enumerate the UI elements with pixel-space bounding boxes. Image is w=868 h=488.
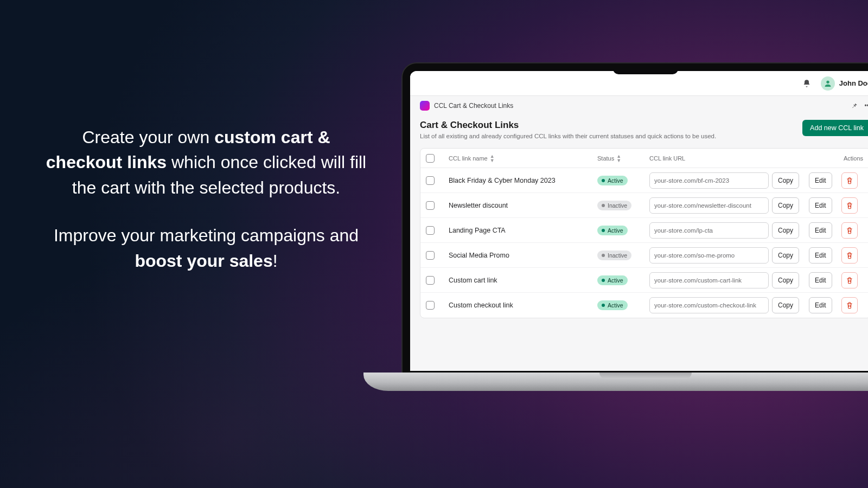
notifications-icon[interactable] — [802, 79, 811, 88]
delete-button[interactable] — [841, 272, 858, 288]
status-badge: Active — [597, 226, 628, 235]
copy-button[interactable]: Copy — [772, 297, 799, 313]
link-name: Social Media Promo — [449, 252, 594, 259]
delete-button[interactable] — [841, 247, 858, 264]
sort-icon: ▲▼ — [490, 154, 495, 163]
link-url-input[interactable] — [649, 272, 769, 288]
delete-button[interactable] — [841, 222, 858, 239]
link-name: Custom checkout link — [449, 301, 594, 309]
table-row: Custom cart linkActiveCopyEdit — [420, 268, 868, 293]
row-checkbox[interactable] — [426, 226, 435, 235]
copy-button[interactable]: Copy — [772, 247, 799, 264]
delete-button[interactable] — [841, 297, 858, 313]
link-url-input[interactable] — [649, 197, 769, 214]
pin-icon[interactable]: 📌︎ — [851, 102, 858, 110]
links-table: CCL link name ▲▼ Status ▲▼ CCL link URL … — [420, 148, 868, 318]
link-name: Custom cart link — [449, 277, 594, 284]
edit-button[interactable]: Edit — [809, 297, 832, 313]
user-name: John Doe — [839, 79, 868, 87]
table-header: CCL link name ▲▼ Status ▲▼ CCL link URL … — [420, 149, 868, 168]
status-badge: Active — [597, 176, 628, 185]
link-name: Black Friday & Cyber Monday 2023 — [449, 177, 594, 184]
edit-button[interactable]: Edit — [809, 272, 832, 288]
edit-button[interactable]: Edit — [809, 197, 832, 214]
avatar — [821, 76, 835, 91]
link-name: Newsletter discount — [449, 202, 594, 209]
row-checkbox[interactable] — [426, 276, 435, 285]
link-name: Landing Page CTA — [449, 227, 594, 234]
col-name[interactable]: CCL link name ▲▼ — [449, 154, 594, 163]
app-header: CCL Cart & Checkout Links 📌︎ ••• — [410, 96, 868, 115]
col-status-label: Status — [597, 155, 614, 162]
promo-copy: Create your own custom cart & checkout l… — [43, 125, 369, 273]
col-status[interactable]: Status ▲▼ — [597, 154, 646, 163]
app-title: CCL Cart & Checkout Links — [434, 102, 513, 110]
table-row: Social Media PromoInactiveCopyEdit — [420, 243, 868, 268]
link-url-input[interactable] — [649, 297, 769, 313]
add-new-link-button[interactable]: Add new CCL link — [802, 120, 868, 136]
delete-button[interactable] — [841, 172, 858, 189]
col-actions-label: Actions — [772, 155, 865, 162]
edit-button[interactable]: Edit — [809, 247, 832, 264]
topbar: John Doe — [410, 71, 868, 96]
delete-button[interactable] — [841, 197, 858, 214]
status-badge: Active — [597, 300, 628, 310]
app-screen: John Doe CCL Cart & Checkout Links 📌︎ ••… — [410, 71, 868, 371]
status-badge: Inactive — [597, 201, 631, 210]
edit-button[interactable]: Edit — [809, 172, 832, 189]
copy-button[interactable]: Copy — [772, 172, 799, 189]
user-menu[interactable]: John Doe — [821, 76, 868, 91]
app-logo-icon — [420, 101, 430, 111]
link-url-input[interactable] — [649, 222, 769, 239]
status-badge: Inactive — [597, 251, 631, 260]
svg-point-0 — [826, 80, 829, 83]
status-badge: Active — [597, 275, 628, 285]
copy-button[interactable]: Copy — [772, 197, 799, 214]
col-url-label: CCL link URL — [649, 155, 769, 162]
laptop-base — [363, 373, 868, 391]
select-all-checkbox[interactable] — [426, 154, 435, 163]
promo-text: ! — [273, 251, 278, 271]
promo-bold: boost your sales — [135, 251, 272, 271]
row-checkbox[interactable] — [426, 201, 435, 210]
table-row: Newsletter discountInactiveCopyEdit — [420, 193, 868, 218]
page-title: Cart & Checkout Links — [420, 120, 716, 131]
table-row: Landing Page CTAActiveCopyEdit — [420, 218, 868, 243]
link-url-input[interactable] — [649, 172, 769, 189]
col-name-label: CCL link name — [449, 155, 488, 162]
link-url-input[interactable] — [649, 247, 769, 264]
copy-button[interactable]: Copy — [772, 222, 799, 239]
copy-button[interactable]: Copy — [772, 272, 799, 288]
table-row: Custom checkout linkActiveCopyEdit — [420, 293, 868, 318]
more-icon[interactable]: ••• — [864, 102, 868, 110]
table-row: Black Friday & Cyber Monday 2023ActiveCo… — [420, 168, 868, 193]
page-subtitle: List of all existing and already configu… — [420, 133, 716, 139]
edit-button[interactable]: Edit — [809, 222, 832, 239]
row-checkbox[interactable] — [426, 176, 435, 185]
row-checkbox[interactable] — [426, 251, 435, 260]
laptop-notch — [613, 63, 678, 74]
laptop-mockup: John Doe CCL Cart & Checkout Links 📌︎ ••… — [401, 62, 868, 374]
promo-text: Improve your marketing campaigns and — [54, 226, 359, 245]
row-checkbox[interactable] — [426, 301, 435, 310]
promo-text: Create your own — [82, 127, 214, 147]
sort-icon: ▲▼ — [616, 154, 621, 163]
